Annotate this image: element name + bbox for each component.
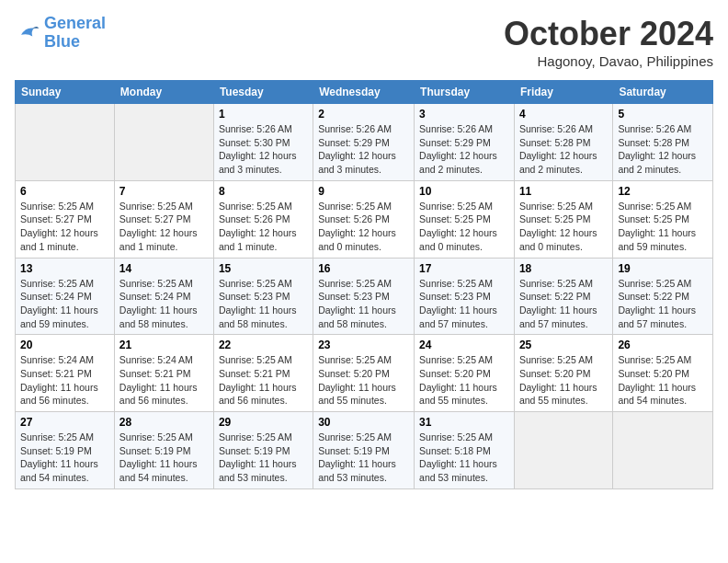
calendar-cell: 2Sunrise: 5:26 AM Sunset: 5:29 PM Daylig… [313,104,415,181]
day-number: 3 [419,108,509,121]
calendar-cell: 29Sunrise: 5:25 AM Sunset: 5:19 PM Dayli… [213,412,313,489]
day-number: 11 [519,185,608,198]
day-number: 10 [419,185,509,198]
day-number: 16 [318,262,409,275]
day-number: 18 [519,262,608,275]
logo: GeneralBlue [15,15,106,52]
calendar-cell: 1Sunrise: 5:26 AM Sunset: 5:30 PM Daylig… [213,104,313,181]
calendar-cell: 5Sunrise: 5:26 AM Sunset: 5:28 PM Daylig… [613,104,713,181]
calendar-cell [16,104,115,181]
calendar-cell: 24Sunrise: 5:25 AM Sunset: 5:20 PM Dayli… [415,335,515,412]
logo-icon [15,20,40,46]
day-number: 25 [519,339,608,351]
day-number: 30 [318,416,409,429]
day-number: 13 [20,262,109,275]
day-info: Sunrise: 5:25 AM Sunset: 5:19 PM Dayligh… [219,431,308,485]
day-number: 28 [119,416,209,429]
day-number: 2 [318,108,409,121]
calendar-cell: 20Sunrise: 5:24 AM Sunset: 5:21 PM Dayli… [16,335,115,412]
calendar-week-2: 6Sunrise: 5:25 AM Sunset: 5:27 PM Daylig… [16,180,713,258]
calendar-week-5: 27Sunrise: 5:25 AM Sunset: 5:19 PM Dayli… [16,412,713,489]
calendar-cell: 10Sunrise: 5:25 AM Sunset: 5:25 PM Dayli… [415,180,515,258]
calendar-week-3: 13Sunrise: 5:25 AM Sunset: 5:24 PM Dayli… [16,258,713,335]
weekday-header-sunday: Sunday [16,81,115,104]
day-number: 23 [318,339,409,351]
day-number: 31 [419,416,509,429]
calendar-cell: 26Sunrise: 5:25 AM Sunset: 5:20 PM Dayli… [613,335,713,412]
day-number: 15 [219,262,308,275]
calendar-cell [613,412,713,489]
day-number: 14 [119,262,209,275]
calendar-cell: 7Sunrise: 5:25 AM Sunset: 5:27 PM Daylig… [114,180,213,258]
calendar-cell: 11Sunrise: 5:25 AM Sunset: 5:25 PM Dayli… [514,180,612,258]
day-info: Sunrise: 5:26 AM Sunset: 5:28 PM Dayligh… [618,122,708,177]
day-info: Sunrise: 5:25 AM Sunset: 5:23 PM Dayligh… [219,277,308,331]
day-number: 6 [20,185,109,198]
calendar-cell: 6Sunrise: 5:25 AM Sunset: 5:27 PM Daylig… [16,180,115,258]
calendar-cell: 8Sunrise: 5:25 AM Sunset: 5:26 PM Daylig… [213,180,313,258]
logo-text: GeneralBlue [44,15,106,52]
day-info: Sunrise: 5:25 AM Sunset: 5:23 PM Dayligh… [419,277,509,331]
day-info: Sunrise: 5:25 AM Sunset: 5:22 PM Dayligh… [618,277,708,331]
weekday-header-thursday: Thursday [415,81,515,104]
day-info: Sunrise: 5:25 AM Sunset: 5:19 PM Dayligh… [119,431,209,485]
weekday-header-wednesday: Wednesday [313,81,415,104]
calendar-cell: 16Sunrise: 5:25 AM Sunset: 5:23 PM Dayli… [313,258,415,335]
day-info: Sunrise: 5:25 AM Sunset: 5:27 PM Dayligh… [119,200,209,254]
day-info: Sunrise: 5:25 AM Sunset: 5:18 PM Dayligh… [419,431,509,485]
day-info: Sunrise: 5:25 AM Sunset: 5:20 PM Dayligh… [618,353,708,408]
day-info: Sunrise: 5:25 AM Sunset: 5:20 PM Dayligh… [318,353,409,408]
day-number: 5 [618,108,708,121]
day-info: Sunrise: 5:26 AM Sunset: 5:29 PM Dayligh… [419,122,509,177]
calendar-cell: 12Sunrise: 5:25 AM Sunset: 5:25 PM Dayli… [613,180,713,258]
day-number: 12 [618,185,708,198]
calendar-cell [114,104,213,181]
day-info: Sunrise: 5:26 AM Sunset: 5:30 PM Dayligh… [219,122,308,177]
calendar-cell: 14Sunrise: 5:25 AM Sunset: 5:24 PM Dayli… [114,258,213,335]
calendar-cell: 23Sunrise: 5:25 AM Sunset: 5:20 PM Dayli… [313,335,415,412]
day-number: 26 [618,339,708,351]
day-info: Sunrise: 5:24 AM Sunset: 5:21 PM Dayligh… [20,353,109,408]
day-info: Sunrise: 5:25 AM Sunset: 5:21 PM Dayligh… [219,353,308,408]
day-info: Sunrise: 5:24 AM Sunset: 5:21 PM Dayligh… [119,353,209,408]
day-info: Sunrise: 5:25 AM Sunset: 5:24 PM Dayligh… [119,277,209,331]
weekday-header-saturday: Saturday [613,81,713,104]
day-info: Sunrise: 5:25 AM Sunset: 5:25 PM Dayligh… [519,200,608,254]
calendar-cell: 9Sunrise: 5:25 AM Sunset: 5:26 PM Daylig… [313,180,415,258]
calendar-cell: 22Sunrise: 5:25 AM Sunset: 5:21 PM Dayli… [213,335,313,412]
calendar-body: 1Sunrise: 5:26 AM Sunset: 5:30 PM Daylig… [16,104,713,489]
day-info: Sunrise: 5:25 AM Sunset: 5:19 PM Dayligh… [20,431,109,485]
calendar-week-1: 1Sunrise: 5:26 AM Sunset: 5:30 PM Daylig… [16,104,713,181]
day-info: Sunrise: 5:25 AM Sunset: 5:27 PM Dayligh… [20,200,109,254]
day-number: 24 [419,339,509,351]
day-info: Sunrise: 5:25 AM Sunset: 5:25 PM Dayligh… [618,200,708,254]
day-info: Sunrise: 5:25 AM Sunset: 5:19 PM Dayligh… [318,431,409,485]
calendar-week-4: 20Sunrise: 5:24 AM Sunset: 5:21 PM Dayli… [16,335,713,412]
weekday-header-row: SundayMondayTuesdayWednesdayThursdayFrid… [16,81,713,104]
calendar-cell: 3Sunrise: 5:26 AM Sunset: 5:29 PM Daylig… [415,104,515,181]
calendar-cell: 25Sunrise: 5:25 AM Sunset: 5:20 PM Dayli… [514,335,612,412]
month-title: October 2024 [504,15,713,53]
day-number: 9 [318,185,409,198]
day-info: Sunrise: 5:25 AM Sunset: 5:20 PM Dayligh… [419,353,509,408]
day-info: Sunrise: 5:26 AM Sunset: 5:28 PM Dayligh… [519,122,608,177]
day-number: 27 [20,416,109,429]
weekday-header-monday: Monday [114,81,213,104]
day-number: 29 [219,416,308,429]
day-info: Sunrise: 5:25 AM Sunset: 5:26 PM Dayligh… [219,200,308,254]
day-info: Sunrise: 5:26 AM Sunset: 5:29 PM Dayligh… [318,122,409,177]
day-number: 4 [519,108,608,121]
calendar-cell: 18Sunrise: 5:25 AM Sunset: 5:22 PM Dayli… [514,258,612,335]
day-number: 19 [618,262,708,275]
calendar-cell: 13Sunrise: 5:25 AM Sunset: 5:24 PM Dayli… [16,258,115,335]
calendar-cell: 30Sunrise: 5:25 AM Sunset: 5:19 PM Dayli… [313,412,415,489]
calendar-cell: 28Sunrise: 5:25 AM Sunset: 5:19 PM Dayli… [114,412,213,489]
day-number: 20 [20,339,109,351]
calendar-cell: 21Sunrise: 5:24 AM Sunset: 5:21 PM Dayli… [114,335,213,412]
calendar-cell: 31Sunrise: 5:25 AM Sunset: 5:18 PM Dayli… [415,412,515,489]
page-header: GeneralBlue October 2024 Hagonoy, Davao,… [15,15,713,69]
day-number: 7 [119,185,209,198]
day-number: 21 [119,339,209,351]
day-number: 22 [219,339,308,351]
day-number: 17 [419,262,509,275]
